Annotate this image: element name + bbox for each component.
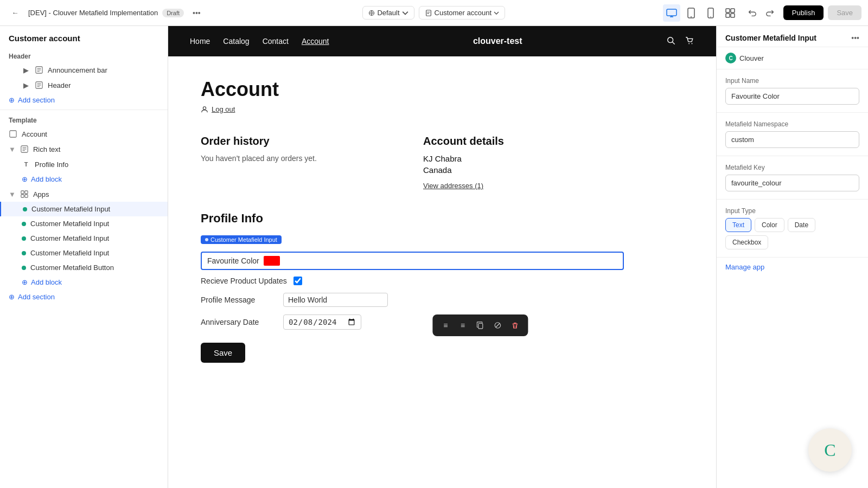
svg-point-21 [692, 43, 693, 44]
namespace-field[interactable] [725, 131, 859, 148]
sidebar-item-header[interactable]: ▶ Header [0, 78, 168, 93]
nav-home[interactable]: Home [190, 37, 210, 46]
svg-rect-13 [10, 131, 16, 137]
anniversary-date-label: Anniversary Date [201, 318, 277, 326]
app-dot-5 [22, 266, 26, 270]
sidebar-item-apps[interactable]: ▼ Apps [0, 187, 168, 202]
favourite-color-row[interactable]: Favourite Color [201, 252, 624, 270]
colour-swatch[interactable] [264, 256, 280, 266]
right-panel-author: C Clouver [717, 47, 868, 69]
type-color-btn[interactable]: Color [755, 218, 784, 232]
input-name-label: Input Name [725, 77, 859, 85]
cart-icon[interactable] [685, 36, 694, 47]
app-dot-1 [23, 207, 27, 211]
view-addresses-link[interactable]: View addresses (1) [423, 182, 483, 190]
mobile-icon-btn[interactable] [702, 4, 719, 22]
sidebar-item-cmi-3[interactable]: Customer Metafield Input [0, 231, 168, 246]
nav-links: Home Catalog Contact Account [190, 37, 329, 46]
right-panel-more[interactable]: ••• [851, 34, 859, 42]
input-name-field[interactable] [725, 88, 859, 105]
logout-link[interactable]: Log out [201, 105, 624, 113]
svg-rect-7 [726, 9, 730, 12]
header-icon [35, 81, 43, 89]
sidebar-item-profile-info[interactable]: T Profile Info [0, 157, 168, 172]
chevron-down-icon-3: ▼ [9, 145, 16, 153]
sidebar-item-cmi-4[interactable]: Customer Metafield Input [0, 246, 168, 260]
extensions-icon-btn[interactable] [722, 4, 739, 22]
profile-message-row: Profile Message [201, 293, 624, 307]
add-section-top[interactable]: ⊕ Add section [0, 93, 168, 107]
search-icon[interactable] [666, 36, 676, 47]
namespace-section: Metafield Namespace [717, 113, 868, 156]
order-history-col: Order history You haven't placed any ord… [201, 135, 401, 190]
toolbar-delete[interactable] [507, 318, 522, 333]
right-panel-title: Customer Metafield Input [725, 34, 816, 42]
svg-rect-17 [21, 195, 24, 197]
sidebar: Customer account Header ▶ Announcement b… [0, 26, 168, 488]
author-initial: C [729, 55, 732, 61]
redo-icon [765, 8, 775, 18]
chevron-down-icon-2 [494, 11, 499, 15]
chevron-down-icon [402, 10, 409, 16]
plus-icon-4: ⊕ [9, 293, 15, 301]
announcement-icon [35, 66, 43, 74]
app-dot-3 [22, 236, 26, 241]
sidebar-item-account[interactable]: Account [0, 126, 168, 142]
plus-icon: ⊕ [9, 96, 15, 104]
account-details-col: Account details KJ Chabra Canada View ad… [423, 135, 624, 190]
publish-button[interactable]: Publish [783, 5, 824, 20]
undo-button[interactable] [743, 4, 761, 22]
sidebar-item-cmi-1[interactable]: Customer Metafield Input [0, 202, 168, 216]
page-dropdown[interactable]: Customer account [419, 6, 506, 20]
toolbar-align-left[interactable]: ≡ [438, 318, 453, 333]
sidebar-item-announcement-bar[interactable]: ▶ Announcement bar [0, 62, 168, 78]
type-text-btn[interactable]: Text [725, 218, 751, 232]
manage-app-link[interactable]: Manage app [717, 258, 868, 277]
sidebar-item-cmb-1[interactable]: Customer Metafield Button [0, 260, 168, 275]
type-checkbox-btn[interactable]: Checkbox [725, 235, 768, 249]
more-button[interactable]: ••• [188, 7, 205, 20]
store-save-button[interactable]: Save [201, 343, 245, 363]
extensions-icon [725, 8, 736, 18]
account-details-title: Account details [423, 135, 624, 147]
add-block-1[interactable]: ⊕ Add block [0, 172, 168, 187]
sidebar-template-label: Template [0, 112, 168, 126]
profile-message-input[interactable] [283, 293, 388, 307]
profile-message-label: Profile Message [201, 296, 277, 304]
type-date-btn[interactable]: Date [788, 218, 815, 232]
toolbar-copy[interactable] [473, 318, 488, 333]
input-type-label: Input Type [725, 207, 859, 215]
receive-updates-label: Recieve Product Updates [201, 277, 287, 285]
topbar-center: Default Customer account [362, 6, 505, 20]
store-content: Account Log out Order history You haven'… [168, 56, 656, 384]
account-name: KJ Chabra [423, 154, 624, 163]
author-name: Clouver [739, 54, 764, 62]
app-dot-4 [22, 251, 26, 255]
draft-badge: Draft [162, 9, 184, 17]
receive-updates-checkbox[interactable] [293, 277, 302, 285]
nav-account[interactable]: Account [302, 37, 329, 46]
key-field[interactable] [725, 175, 859, 191]
text-icon: T [22, 160, 30, 169]
add-block-label-2: Add block [31, 278, 62, 286]
tablet-icon-btn[interactable] [682, 4, 700, 22]
nav-catalog[interactable]: Catalog [223, 37, 249, 46]
toolbar-disable[interactable] [490, 318, 505, 333]
clouver-fab[interactable]: C [808, 428, 852, 472]
nav-contact[interactable]: Contact [263, 37, 289, 46]
apps-icon [20, 190, 29, 198]
logout-label: Log out [212, 105, 235, 113]
add-block-2[interactable]: ⊕ Add block [0, 275, 168, 290]
sidebar-item-cmi-2[interactable]: Customer Metafield Input [0, 216, 168, 231]
redo-button[interactable] [762, 4, 779, 22]
sidebar-item-rich-text[interactable]: ▼ Rich text [0, 142, 168, 157]
anniversary-date-input[interactable] [283, 314, 361, 330]
desktop-icon-btn[interactable] [663, 4, 680, 22]
back-button[interactable]: ← [7, 4, 24, 22]
svg-point-22 [203, 106, 206, 109]
desktop-icon [666, 9, 677, 17]
toolbar-align-right[interactable]: ≡ [455, 318, 470, 333]
add-section-label: Add section [18, 96, 55, 104]
add-section-bottom[interactable]: ⊕ Add section [0, 290, 168, 304]
theme-dropdown[interactable]: Default [362, 6, 414, 20]
